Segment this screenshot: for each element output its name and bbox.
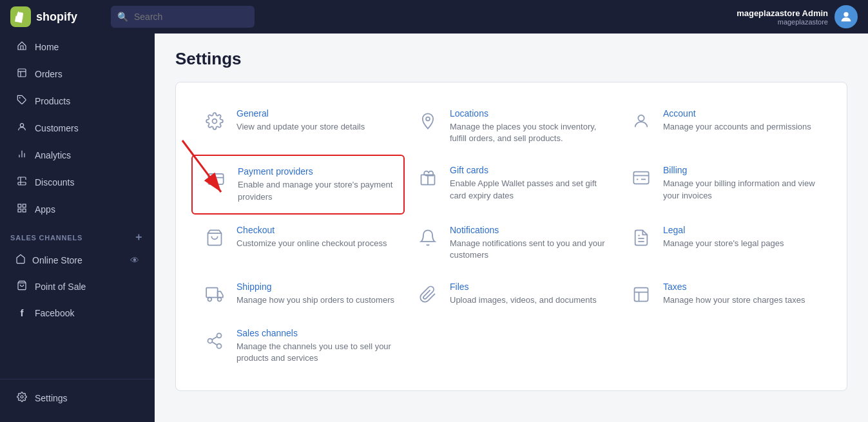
- settings-desc: Customize your online checkout process: [236, 238, 394, 249]
- home-icon: [15, 41, 28, 53]
- settings-text-payment: Payment providers Enable and manage your…: [238, 166, 393, 202]
- sidebar-item-label: Home: [35, 42, 59, 52]
- sales-channels-header: SALES CHANNELS ＋: [0, 223, 155, 247]
- settings-desc: Enable and manage your store's payment p…: [238, 179, 393, 202]
- svg-point-18: [638, 115, 644, 121]
- sales-channels-icon: [202, 328, 227, 354]
- sidebar-item-label: Online Store: [32, 255, 82, 265]
- logo[interactable]: shopify: [10, 6, 101, 27]
- svg-point-0: [844, 12, 848, 17]
- gift-cards-icon: [415, 165, 441, 191]
- svg-point-16: [213, 119, 217, 124]
- svg-point-4: [19, 97, 21, 99]
- settings-item-sales-channels[interactable]: Sales channels Manage the channels you u…: [191, 318, 405, 374]
- top-navigation: shopify 🔍 mageplazastore Admin mageplaza…: [0, 0, 868, 34]
- settings-item-locations[interactable]: Locations Manage the places you stock in…: [405, 98, 618, 155]
- sidebar-item-label: Facebook: [35, 308, 74, 318]
- sidebar-item-products[interactable]: Products: [5, 88, 149, 114]
- settings-icon: [15, 392, 28, 405]
- payment-icon: [203, 166, 229, 192]
- settings-label: Gift cards: [450, 165, 608, 175]
- settings-desc: Manage your accounts and permissions: [663, 121, 821, 133]
- sidebar-item-label: Discounts: [35, 177, 74, 187]
- sidebar-bottom: Settings: [0, 379, 155, 412]
- settings-item-billing[interactable]: Billing Manage your billing information …: [618, 155, 831, 214]
- add-sales-channel-button[interactable]: ＋: [133, 231, 144, 244]
- settings-text-taxes: Taxes Manage how your store charges taxe…: [663, 282, 821, 306]
- search-wrapper: 🔍: [111, 6, 726, 28]
- svg-point-36: [217, 344, 222, 349]
- online-store-icon: [15, 254, 26, 266]
- settings-item-taxes[interactable]: Taxes Manage how your store charges taxe…: [618, 271, 831, 318]
- settings-text-notifications: Notifications Manage notifications sent …: [450, 225, 608, 261]
- user-info: mageplazastore Admin mageplazastore: [737, 8, 828, 26]
- sidebar-item-label: Settings: [35, 393, 68, 403]
- sidebar-item-home[interactable]: Home: [5, 34, 149, 60]
- settings-item-payment-providers[interactable]: Payment providers Enable and manage your…: [191, 155, 405, 214]
- svg-rect-12: [18, 209, 21, 212]
- settings-item-files[interactable]: Files Upload images, videos, and documen…: [405, 271, 618, 318]
- sidebar-item-label: Point of Sale: [35, 282, 86, 292]
- sidebar-item-facebook[interactable]: f Facebook: [5, 301, 149, 325]
- settings-desc: Manage how your store charges taxes: [663, 294, 821, 306]
- user-menu[interactable]: mageplazastore Admin mageplazastore: [737, 5, 858, 28]
- svg-rect-31: [635, 288, 648, 302]
- user-name: mageplazastore Admin: [737, 8, 828, 18]
- sidebar-item-apps[interactable]: Apps: [5, 197, 149, 222]
- pos-icon: [15, 280, 28, 293]
- products-icon: [15, 95, 28, 108]
- settings-desc: Manage the channels you use to sell your…: [236, 341, 394, 364]
- settings-desc: Enable Apple Wallet passes and set gift …: [450, 178, 608, 201]
- notifications-icon: [415, 225, 441, 251]
- svg-line-37: [212, 342, 217, 345]
- svg-rect-9: [18, 204, 21, 207]
- settings-item-legal[interactable]: Legal Manage your store's legal pages: [618, 215, 831, 271]
- page-title: Settings: [175, 49, 847, 69]
- locations-icon: [415, 108, 441, 134]
- main-layout: Home Orders Products Customers Analytics: [0, 34, 868, 422]
- sidebar-item-online-store[interactable]: Online Store 👁: [5, 247, 149, 273]
- eye-icon[interactable]: 👁: [130, 255, 139, 265]
- customers-icon: [15, 122, 28, 135]
- facebook-icon: f: [15, 307, 28, 318]
- sidebar-item-label: Apps: [35, 204, 55, 215]
- settings-label: General: [236, 108, 394, 119]
- avatar[interactable]: [834, 5, 858, 28]
- shipping-icon: [202, 282, 227, 307]
- settings-label: Checkout: [236, 225, 394, 235]
- sidebar-item-point-of-sale[interactable]: Point of Sale: [5, 274, 149, 300]
- content-area: Settings General: [155, 34, 868, 422]
- settings-desc: Manage your store's legal pages: [663, 238, 821, 249]
- settings-text-locations: Locations Manage the places you stock in…: [450, 108, 608, 144]
- settings-text-legal: Legal Manage your store's legal pages: [663, 225, 821, 249]
- settings-label: Sales channels: [236, 328, 394, 338]
- svg-rect-11: [23, 209, 26, 212]
- sidebar-item-discounts[interactable]: Discounts: [5, 169, 149, 195]
- settings-label: Files: [450, 282, 608, 292]
- settings-item-general[interactable]: General View and update your store detai…: [191, 98, 405, 155]
- sidebar-item-label: Orders: [35, 69, 63, 79]
- sidebar-item-settings[interactable]: Settings: [5, 385, 149, 411]
- settings-text-general: General View and update your store detai…: [236, 108, 394, 133]
- search-input[interactable]: [111, 6, 255, 28]
- settings-desc: Upload images, videos, and documents: [450, 294, 608, 306]
- svg-rect-23: [633, 172, 648, 184]
- settings-text-sales-channels: Sales channels Manage the channels you u…: [236, 328, 394, 364]
- settings-item-notifications[interactable]: Notifications Manage notifications sent …: [405, 215, 618, 271]
- settings-grid: General View and update your store detai…: [191, 98, 831, 375]
- sidebar-item-analytics[interactable]: Analytics: [5, 142, 149, 168]
- settings-item-shipping[interactable]: Shipping Manage how you ship orders to c…: [191, 271, 405, 318]
- settings-desc: Manage your billing information and view…: [663, 178, 821, 201]
- settings-item-gift-cards[interactable]: Gift cards Enable Apple Wallet passes an…: [405, 155, 618, 214]
- sidebar-item-orders[interactable]: Orders: [5, 61, 149, 87]
- svg-rect-1: [18, 69, 26, 77]
- settings-text-files: Files Upload images, videos, and documen…: [450, 282, 608, 306]
- settings-text-account: Account Manage your accounts and permiss…: [663, 108, 821, 133]
- sidebar-item-label: Analytics: [35, 150, 71, 160]
- settings-item-account[interactable]: Account Manage your accounts and permiss…: [618, 98, 831, 155]
- settings-label: Payment providers: [238, 166, 393, 177]
- svg-point-30: [218, 298, 222, 302]
- sidebar-item-label: Products: [35, 96, 70, 106]
- settings-item-checkout[interactable]: Checkout Customize your online checkout …: [191, 215, 405, 271]
- sidebar-item-customers[interactable]: Customers: [5, 115, 149, 141]
